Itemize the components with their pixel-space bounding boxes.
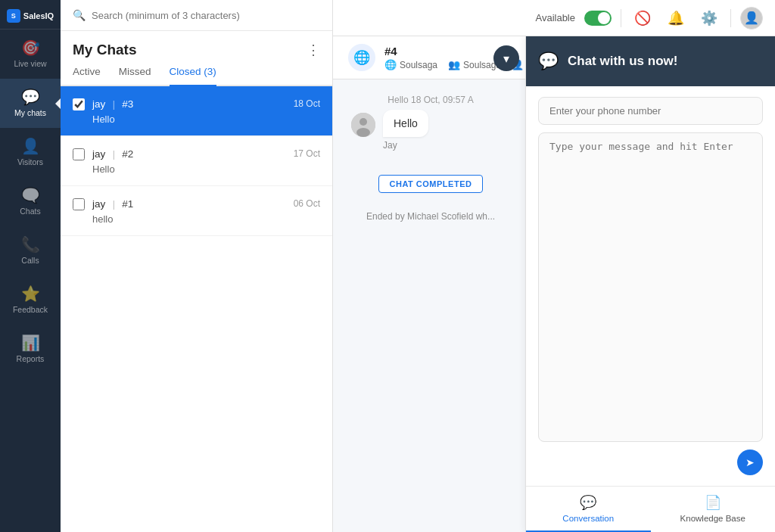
chat-date: 17 Oct	[294, 148, 320, 159]
divider	[730, 9, 731, 27]
chat-content: jay | #1 06 Oct hello	[92, 197, 320, 225]
chat-name-row: jay | #2	[92, 147, 133, 160]
sidebar-item-label: Reports	[17, 354, 45, 363]
send-row: ➤	[538, 450, 763, 475]
tab-knowledge-base[interactable]: 📄 Knowledge Base	[651, 487, 776, 532]
chat-name-row: jay | #1	[92, 197, 133, 210]
chevron-down-icon: ▾	[503, 51, 509, 66]
tab-active[interactable]: Active	[73, 66, 101, 86]
logo-text: SalesIQ	[23, 11, 54, 20]
gear-icon: ⚙️	[701, 10, 717, 26]
visitors-icon: 👤	[21, 138, 40, 154]
search-bar: 🔍	[61, 0, 332, 31]
ban-button[interactable]: 🚫	[630, 6, 655, 30]
sidebar-item-calls[interactable]: 📞 Calls	[0, 226, 61, 275]
chat-top-row: jay | #3 18 Oct	[92, 97, 320, 110]
avatar-icon: 👤	[744, 11, 759, 25]
message-textarea[interactable]	[538, 132, 763, 442]
calls-icon: 📞	[21, 237, 40, 252]
chat-completed-banner: CHAT COMPLETED	[351, 175, 510, 193]
tab-conversation[interactable]: 💬 Conversation	[526, 487, 651, 532]
chat-content: jay | #2 17 Oct Hello	[92, 147, 320, 175]
reports-icon: 📊	[21, 335, 40, 350]
sidebar-item-label: Feedback	[13, 305, 48, 314]
search-input[interactable]	[92, 10, 320, 21]
notification-button[interactable]: 🔔	[664, 6, 688, 30]
sidebar-item-feedback[interactable]: ⭐ Feedback	[0, 275, 61, 325]
sidebar-item-live-view[interactable]: 🎯 Live view	[0, 30, 61, 79]
chat-checkbox[interactable]	[73, 198, 85, 210]
chats-icon: 🗨️	[21, 188, 40, 203]
avatar[interactable]: 👤	[740, 7, 763, 30]
chat-preview: Hello	[92, 114, 320, 125]
logo-icon: S	[7, 9, 20, 23]
chat-preview: hello	[92, 213, 320, 225]
list-item[interactable]: jay | #2 17 Oct Hello	[61, 136, 332, 186]
chat-top-row: jay | #2 17 Oct	[92, 147, 320, 160]
sidebar-item-my-chats[interactable]: 💬 My chats	[0, 79, 61, 128]
ended-by-text: Ended by Michael Scofield wh...	[351, 211, 510, 222]
tab-closed[interactable]: Closed (3)	[170, 66, 216, 86]
left-nav: S SalesIQ 🎯 Live view 💬 My chats 👤 Visit…	[0, 0, 61, 532]
message-block: Hello 18 Oct, 09:57 A Hello Jay	[351, 95, 510, 151]
divider	[621, 9, 621, 27]
chat-top-row: jay | #1 06 Oct	[92, 197, 320, 210]
phone-input[interactable]	[538, 97, 763, 125]
chat-sender: jay	[92, 198, 105, 210]
tab-missed[interactable]: Missed	[119, 66, 151, 86]
chat-number: #1	[122, 198, 133, 210]
main-area: Available 🚫 🔔 ⚙️ 👤 🌐 #4 🌐 Soulsaga	[333, 0, 775, 532]
widget-title: Chat with us now!	[568, 54, 677, 69]
sidebar-item-label: Visitors	[17, 157, 43, 166]
chat-date: 18 Oct	[294, 98, 320, 109]
message-avatar	[351, 113, 375, 137]
chat-tabs: Active Missed Closed (3)	[61, 66, 332, 86]
svg-point-2	[356, 128, 370, 137]
website-name: Soulsaga	[400, 60, 437, 70]
sidebar-item-visitors[interactable]: 👤 Visitors	[0, 128, 61, 177]
sidebar-item-chats[interactable]: 🗨️ Chats	[0, 177, 61, 226]
message-bubble-row: Hello	[351, 110, 428, 137]
globe-icon: 🌐	[348, 44, 375, 71]
widget-chat-icon: 💬	[538, 51, 559, 71]
my-chats-icon: 💬	[21, 89, 40, 104]
panel-menu-icon[interactable]: ⋮	[307, 42, 320, 58]
settings-button[interactable]: ⚙️	[697, 6, 721, 30]
feedback-icon: ⭐	[21, 286, 40, 301]
conversation-tab-icon: 💬	[580, 494, 596, 511]
widget-body: ➤	[526, 86, 775, 486]
list-item[interactable]: jay | #1 06 Oct hello	[61, 186, 332, 236]
chat-date: 06 Oct	[294, 198, 320, 209]
chat-sender: jay	[92, 98, 105, 110]
panel-title: My Chats	[73, 42, 136, 58]
widget-footer: 💬 Conversation 📄 Knowledge Base	[526, 486, 775, 532]
chat-checkbox[interactable]	[73, 148, 85, 160]
chat-checkbox[interactable]	[73, 98, 85, 110]
svg-point-1	[359, 118, 367, 126]
chat-panel: 🔍 My Chats ⋮ Active Missed Closed (3) ja…	[61, 0, 333, 532]
widget-header: 💬 Chat with us now!	[526, 36, 775, 86]
conversation-tab-label: Conversation	[562, 514, 614, 523]
sidebar-item-reports[interactable]: 📊 Reports	[0, 325, 61, 374]
website-icon: 🌐	[384, 59, 397, 70]
top-bar: Available 🚫 🔔 ⚙️ 👤	[333, 0, 775, 36]
chat-preview: Hello	[92, 163, 320, 175]
sidebar-item-label: Calls	[21, 256, 39, 265]
availability-toggle[interactable]	[584, 11, 612, 26]
chat-number: #2	[122, 148, 133, 160]
panel-title-bar: My Chats ⋮	[61, 31, 332, 66]
message-timestamp: Hello 18 Oct, 09:57 A	[351, 95, 510, 105]
chat-list: jay | #3 18 Oct Hello jay | #2	[61, 86, 332, 532]
sidebar-item-label: Live view	[14, 59, 46, 68]
list-item[interactable]: jay | #3 18 Oct Hello	[61, 86, 332, 136]
toggle-knob	[598, 12, 610, 24]
send-button[interactable]: ➤	[737, 450, 763, 475]
send-icon: ➤	[745, 456, 755, 468]
completed-badge: CHAT COMPLETED	[378, 175, 484, 193]
message-text: Hello	[394, 117, 418, 129]
live-view-icon: 🎯	[21, 40, 40, 55]
chat-content: jay | #3 18 Oct Hello	[92, 97, 320, 125]
knowledge-base-tab-icon: 📄	[705, 494, 721, 511]
operator-icon: 👥	[448, 59, 460, 70]
widget-collapse-button[interactable]: ▾	[493, 45, 519, 71]
